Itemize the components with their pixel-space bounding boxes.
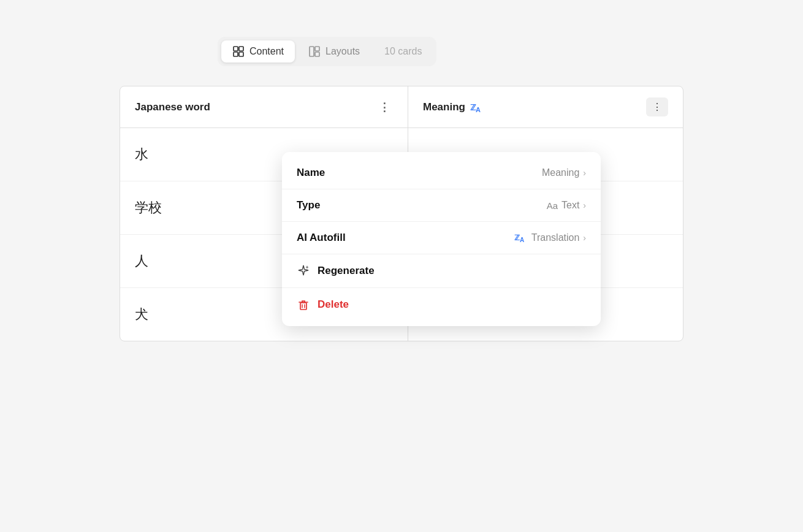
meaning-header-left: Meaning ℤ A: [423, 101, 484, 113]
svg-text:ℤ: ℤ: [514, 234, 520, 242]
trash-icon: [297, 298, 310, 311]
type-chevron-icon: ›: [583, 200, 586, 210]
text-type-icon: Aa: [547, 200, 558, 211]
tab-content-label: Content: [249, 46, 284, 57]
svg-text:A: A: [520, 237, 524, 243]
svg-rect-2: [234, 52, 238, 56]
name-menu-right: Meaning ›: [542, 167, 586, 178]
japanese-col-menu-icon[interactable]: ⋮: [376, 99, 393, 115]
tab-bar: Content Layouts 10 cards: [218, 37, 436, 66]
tab-layouts[interactable]: Layouts: [297, 40, 371, 63]
svg-rect-3: [239, 52, 243, 56]
svg-rect-1: [239, 47, 243, 51]
name-menu-label: Name: [297, 167, 325, 179]
svg-rect-0: [234, 47, 238, 51]
main-container: Content Layouts 10 cards Japanese word ⋮: [0, 0, 803, 532]
dropdown-menu: Name Meaning › Type Aa Text › AI Autofil…: [282, 152, 601, 326]
menu-item-delete[interactable]: Delete: [282, 288, 601, 321]
svg-rect-6: [315, 52, 319, 56]
menu-item-regenerate[interactable]: Regenerate: [282, 254, 601, 288]
ai-autofill-menu-label: AI Autofill: [297, 232, 346, 244]
sparkle-icon: [297, 264, 310, 278]
tab-layouts-label: Layouts: [325, 46, 360, 57]
type-value: Text: [561, 200, 579, 211]
ai-autofill-value: Translation: [531, 232, 580, 243]
menu-item-ai-autofill[interactable]: AI Autofill ℤ A Translation ›: [282, 222, 601, 254]
layouts-icon: [308, 45, 321, 58]
name-chevron-icon: ›: [583, 168, 586, 178]
svg-rect-5: [315, 47, 319, 51]
menu-item-type[interactable]: Type Aa Text ›: [282, 189, 601, 222]
meaning-label: Meaning: [423, 101, 465, 113]
ai-autofill-menu-right: ℤ A Translation ›: [514, 232, 586, 243]
cards-count: 10 cards: [373, 41, 433, 62]
delete-label: Delete: [318, 298, 349, 311]
translate-icon: ℤ A: [470, 102, 484, 113]
table-header: Japanese word ⋮ Meaning ℤ A ⋮: [120, 86, 683, 128]
type-menu-label: Type: [297, 199, 320, 211]
tab-content[interactable]: Content: [221, 40, 295, 63]
table-icon: [232, 45, 245, 58]
menu-item-name[interactable]: Name Meaning ›: [282, 157, 601, 189]
autofill-chevron-icon: ›: [583, 233, 586, 243]
svg-text:A: A: [476, 106, 481, 113]
meaning-col-menu-button[interactable]: ⋮: [646, 97, 668, 116]
col-japanese-header: Japanese word ⋮: [120, 86, 408, 127]
regenerate-label: Regenerate: [318, 265, 375, 277]
name-value: Meaning: [542, 167, 579, 178]
autofill-translate-icon: ℤ A: [514, 233, 528, 243]
svg-rect-4: [310, 47, 314, 56]
japanese-word-label: Japanese word: [135, 101, 210, 113]
svg-rect-11: [300, 303, 306, 310]
type-menu-right: Aa Text ›: [547, 200, 586, 211]
col-meaning-header: Meaning ℤ A ⋮: [408, 86, 683, 127]
